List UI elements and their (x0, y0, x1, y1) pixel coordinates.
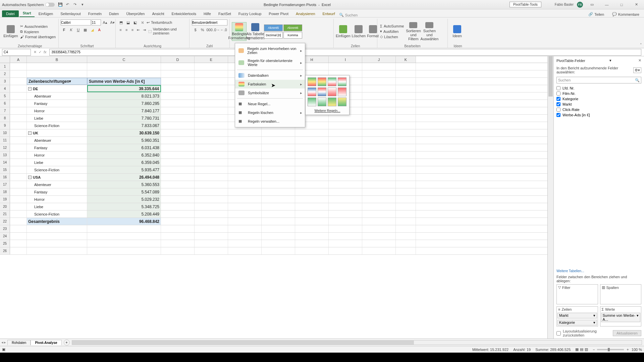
colorscale-option[interactable] (308, 87, 316, 96)
cell[interactable]: Science-Fiction (27, 122, 87, 129)
cell[interactable] (228, 159, 262, 166)
cell[interactable] (195, 137, 228, 144)
cell[interactable] (87, 70, 161, 77)
cell[interactable] (195, 181, 228, 188)
cell[interactable] (161, 159, 195, 166)
cell[interactable] (161, 203, 195, 210)
cell[interactable]: 5.348.725 (87, 203, 161, 210)
row-head[interactable]: 19 (0, 196, 10, 203)
cell[interactable] (262, 218, 295, 225)
cell[interactable]: −USA (27, 174, 87, 181)
cell[interactable] (161, 210, 195, 218)
name-box[interactable]: C4 (2, 49, 31, 56)
cell[interactable]: −DE (27, 85, 87, 92)
cell[interactable]: Zeilenbeschriftungen ▾ (27, 78, 87, 85)
fill-button[interactable]: ▾Ausfüllen (379, 29, 405, 34)
cell[interactable] (362, 144, 396, 151)
cell[interactable] (362, 196, 396, 203)
col-head[interactable]: E (195, 56, 228, 63)
cell[interactable] (396, 188, 416, 195)
cell[interactable] (161, 63, 195, 70)
undo-icon[interactable]: ↶ (65, 2, 70, 7)
cf-manage-rules[interactable]: ▦Regeln verwalten... (235, 117, 305, 126)
cell[interactable]: Abenteuer (27, 137, 87, 144)
cell[interactable]: 7.833.067 (87, 122, 161, 129)
cancel-formula-icon[interactable]: ✕ (34, 50, 37, 54)
cell[interactable] (295, 247, 329, 254)
cell[interactable] (228, 240, 262, 247)
cell[interactable] (396, 100, 416, 107)
area-values[interactable]: ΣWerte Summe von Werbe-A...▾ (600, 306, 642, 326)
tab-ueberpruefen[interactable]: Überprüfen (123, 10, 148, 17)
cell[interactable]: Science-Fiction (27, 210, 87, 218)
cell[interactable] (195, 210, 228, 218)
cell[interactable] (195, 63, 228, 70)
tab-daten[interactable]: Daten (106, 10, 122, 17)
cell[interactable] (396, 93, 416, 100)
find-select-button[interactable]: Suchen und Auswählen (422, 22, 437, 41)
cell[interactable] (329, 188, 362, 195)
cell[interactable] (396, 137, 416, 144)
tab-seitenlayout[interactable]: Seitenlayout (57, 10, 84, 17)
value-chip[interactable]: Summe von Werbe-A...▾ (601, 313, 641, 322)
cell[interactable] (329, 233, 362, 240)
cell[interactable] (362, 218, 396, 225)
field-checkbox[interactable] (556, 108, 560, 112)
defer-layout-check[interactable] (556, 331, 561, 336)
cell[interactable]: 5.935.477 (87, 166, 161, 173)
cell[interactable] (396, 240, 416, 247)
cf-new-rule[interactable]: ▦Neue Regel... (235, 100, 305, 108)
field-item[interactable]: Kategorie (556, 97, 641, 101)
colorscale-more-rules[interactable]: Weitere Regeln... (308, 109, 347, 113)
cell[interactable] (329, 144, 362, 151)
cell[interactable] (329, 122, 362, 129)
cell[interactable] (10, 93, 27, 100)
ribbon-search[interactable]: 🔍 Suchen (339, 13, 358, 17)
cell[interactable] (228, 196, 262, 203)
cell[interactable] (161, 247, 195, 254)
cell[interactable] (362, 203, 396, 210)
cell[interactable] (228, 203, 262, 210)
cell[interactable] (161, 240, 195, 247)
cell[interactable] (396, 63, 416, 70)
row-head[interactable]: 14 (0, 159, 10, 166)
cell[interactable] (362, 100, 396, 107)
orientation-icon[interactable]: ⤭ (139, 19, 146, 25)
maximize-icon[interactable]: □ (616, 1, 627, 8)
cell[interactable] (362, 240, 396, 247)
cell[interactable] (195, 78, 228, 85)
cell[interactable] (161, 129, 195, 136)
cell[interactable] (10, 122, 27, 129)
cell[interactable] (195, 70, 228, 77)
tab-analysieren[interactable]: Analysieren (292, 10, 318, 17)
row-chip[interactable]: Kategorie▾ (557, 320, 597, 325)
cell[interactable] (161, 93, 195, 100)
cell[interactable] (195, 166, 228, 173)
redo-icon[interactable]: ↷ (73, 2, 77, 7)
align-left-icon[interactable]: ≡ (118, 27, 123, 33)
cell[interactable] (10, 144, 27, 151)
cell[interactable] (329, 63, 362, 70)
align-right-icon[interactable]: ≡ (130, 27, 136, 33)
cell[interactable] (329, 210, 362, 218)
autosum-button[interactable]: ΣAutoSumme (379, 24, 405, 28)
conditional-formatting-button[interactable]: Bedingte Formatierung (232, 22, 247, 41)
cell[interactable]: Summe von Werbe-Ads [in €] (87, 78, 161, 85)
cell[interactable]: Fantasy (27, 100, 87, 107)
font-name-select[interactable] (61, 19, 91, 25)
cell[interactable] (228, 225, 262, 232)
field-item[interactable]: Film-Nr. (556, 92, 641, 96)
cell[interactable] (195, 203, 228, 210)
cell[interactable] (161, 196, 195, 203)
cell[interactable] (195, 159, 228, 166)
cell[interactable] (10, 100, 27, 107)
cell[interactable]: Liebe (27, 115, 87, 122)
sheet-nav-first-icon[interactable]: ◂ (1, 340, 3, 345)
cell[interactable] (396, 233, 416, 240)
tab-hilfe[interactable]: Hilfe (200, 10, 214, 17)
row-head[interactable]: 7 (0, 107, 10, 114)
cell[interactable]: 6.359.045 (87, 159, 161, 166)
cell[interactable]: Liebe (27, 159, 87, 166)
autosave-switch[interactable] (45, 3, 55, 7)
cell[interactable]: 6.031.438 (87, 144, 161, 151)
